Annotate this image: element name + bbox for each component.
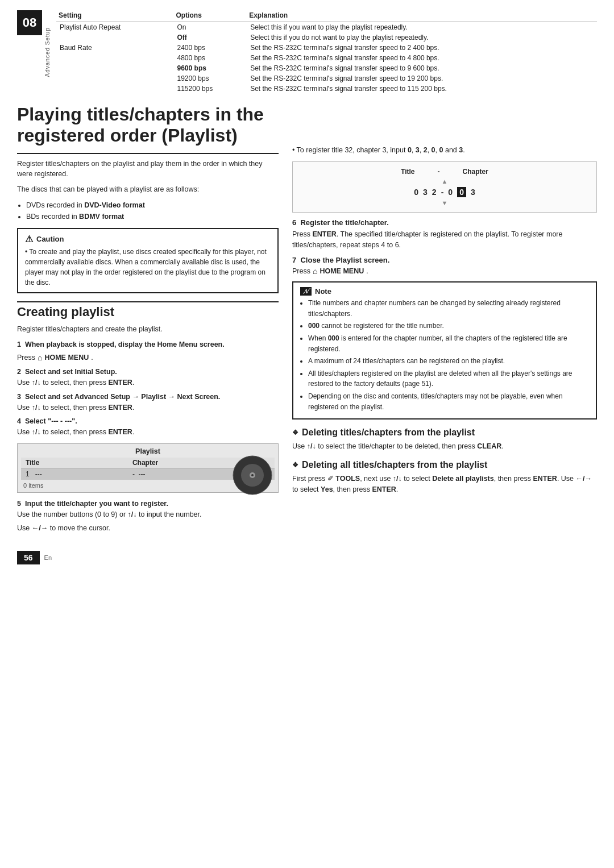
col-explanation: Explanation bbox=[247, 10, 597, 22]
title-chapter-diagram: Title - Chapter ▲ 0 3 2 - 0 0 3 ▼ bbox=[292, 161, 597, 213]
note-item-1: Title numbers and chapter numbers can be… bbox=[308, 298, 589, 319]
playlist-col-title: Title bbox=[21, 458, 128, 468]
col-setting: Setting bbox=[56, 10, 174, 22]
page-footer: 56 En bbox=[0, 543, 614, 572]
setting-name-cell: Playlist Auto Repeat bbox=[56, 22, 174, 33]
step-7-heading: 7 Close the Playlist screen. bbox=[292, 256, 597, 264]
setting-name-cell: Baud Rate bbox=[56, 43, 174, 53]
tc-arrow-down: ▼ bbox=[302, 200, 587, 206]
explanation-cell: Set the RS-232C terminal's signal transf… bbox=[247, 53, 597, 63]
step-7-press: Press ⌂ HOME MENU. bbox=[292, 267, 597, 276]
option-cell: 4800 bps bbox=[174, 53, 247, 63]
left-column: Playing titles/chapters in the registere… bbox=[17, 99, 279, 537]
option-cell: 19200 bps bbox=[174, 73, 247, 84]
option-cell: 115200 bps bbox=[174, 84, 247, 94]
svg-point-3 bbox=[251, 474, 254, 476]
page-number: 56 bbox=[17, 551, 40, 564]
explanation-cell: Set the RS-232C terminal's signal transf… bbox=[247, 73, 597, 84]
note-label: Note bbox=[315, 287, 331, 296]
main-content: Playing titles/chapters in the registere… bbox=[0, 99, 614, 537]
explanation-cell: Select this if you want to play the play… bbox=[247, 22, 597, 33]
chapter-number: 08 bbox=[17, 10, 42, 35]
main-title: Playing titles/chapters in the registere… bbox=[17, 104, 279, 146]
caution-text: • To create and play the playlist, use d… bbox=[25, 247, 271, 288]
explanation-cell: Set the RS-232C terminal's signal transf… bbox=[247, 63, 597, 73]
note-title: 𝓝 Note bbox=[300, 287, 589, 296]
step-1: 1 When playback is stopped, display the … bbox=[17, 339, 279, 350]
creating-playlist-heading: Creating playlist bbox=[17, 301, 279, 319]
note-list: Title numbers and chapter numbers can be… bbox=[308, 298, 589, 412]
right-column: • To register title 32, chapter 3, input… bbox=[292, 99, 597, 537]
tc-dash: - bbox=[438, 168, 440, 176]
tc-chapter-label: Chapter bbox=[463, 168, 488, 176]
option-cell: 2400 bps bbox=[174, 43, 247, 53]
tc-header: Title - Chapter bbox=[302, 168, 587, 176]
step-6-text: Press ENTER. The specified title/chapter… bbox=[292, 229, 597, 251]
deleting-all-heading-text: Deleting all titles/chapters from the pl… bbox=[302, 460, 487, 470]
diamond-bullet-2: ❖ bbox=[292, 461, 298, 469]
home-icon-2: ⌂ bbox=[313, 267, 317, 276]
note-item-6: Depending on the disc and contents, titl… bbox=[308, 391, 589, 412]
disc-image bbox=[233, 455, 272, 495]
settings-row: OffSelect this if you do not want to pla… bbox=[56, 32, 597, 43]
settings-row: 115200 bpsSet the RS-232C terminal's sig… bbox=[56, 84, 597, 94]
caution-title: ⚠ Caution bbox=[25, 234, 271, 244]
explanation-cell: Set the RS-232C terminal's signal transf… bbox=[247, 84, 597, 94]
diamond-bullet-1: ❖ bbox=[292, 429, 298, 437]
caution-label: Caution bbox=[36, 235, 64, 243]
settings-table: Setting Options Explanation Playlist Aut… bbox=[56, 10, 597, 94]
setting-name-cell bbox=[56, 84, 174, 94]
tc-highlight: 0 bbox=[457, 187, 466, 197]
note-box: 𝓝 Note Title numbers and chapter numbers… bbox=[292, 281, 597, 420]
step-5: 5 Input the title/chapter you want to re… bbox=[17, 499, 279, 520]
step-5-cursor: Use ←/→ to move the cursor. bbox=[17, 523, 279, 534]
caution-box: ⚠ Caution • To create and play the playl… bbox=[17, 228, 279, 293]
note-item-3: When 000 is entered for the chapter numb… bbox=[308, 333, 589, 354]
settings-row: 9600 bpsSet the RS-232C terminal's signa… bbox=[56, 63, 597, 73]
col-options: Options bbox=[174, 10, 247, 22]
setting-name-cell bbox=[56, 53, 174, 63]
setting-name-cell bbox=[56, 32, 174, 43]
step-1-bold: When playback is stopped, display the Ho… bbox=[25, 340, 225, 348]
settings-row: 4800 bpsSet the RS-232C terminal's signa… bbox=[56, 53, 597, 63]
note-item-5: All titles/chapters registered on the pl… bbox=[308, 368, 589, 389]
disc-bullet-1: DVDs recorded in DVD-Video format bbox=[26, 200, 279, 211]
explanation-cell: Set the RS-232C terminal's signal transf… bbox=[247, 43, 597, 53]
register-example: • To register title 32, chapter 3, input… bbox=[292, 145, 597, 156]
setting-name-cell bbox=[56, 73, 174, 84]
top-section: 08 Advanced Setup Setting Options Explan… bbox=[0, 0, 614, 94]
tc-title-label: Title bbox=[401, 168, 414, 176]
disc-bullet-2: BDs recorded in BDMV format bbox=[26, 211, 279, 222]
playlist-row-1-title: 1 --- bbox=[21, 468, 128, 480]
tools-icon: ✐ bbox=[327, 475, 334, 483]
creating-playlist-intro: Register titles/chapters and create the … bbox=[17, 324, 279, 335]
deleting-section-heading: ❖ Deleting titles/chapters from the play… bbox=[292, 427, 597, 438]
explanation-cell: Select this if you do not want to play t… bbox=[247, 32, 597, 43]
home-icon-1: ⌂ bbox=[38, 353, 42, 362]
tc-numbers: 0 3 2 - 0 0 3 bbox=[302, 187, 587, 197]
note-icon: 𝓝 bbox=[300, 287, 312, 296]
playlist-screen: Playlist Title Chapter 1 --- - --- bbox=[17, 443, 279, 493]
deleting-all-text: First press ✐ TOOLS, next use ↑/↓ to sel… bbox=[292, 474, 597, 495]
settings-row: 19200 bpsSet the RS-232C terminal's sign… bbox=[56, 73, 597, 84]
step-4: 4 Select "--- - ---". Use ↑/↓ to select,… bbox=[17, 416, 279, 438]
tc-arrow-up: ▲ bbox=[302, 178, 587, 185]
deleting-all-section-heading: ❖ Deleting all titles/chapters from the … bbox=[292, 460, 597, 470]
step-6-heading: 6 Register the title/chapter. bbox=[292, 218, 597, 227]
settings-row: Playlist Auto RepeatOnSelect this if you… bbox=[56, 22, 597, 33]
disc-bullets: DVDs recorded in DVD-Video format BDs re… bbox=[26, 200, 279, 222]
note-item-2: 000 cannot be registered for the title n… bbox=[308, 321, 589, 331]
option-cell: 9600 bps bbox=[174, 63, 247, 73]
chapter-badge: 08 Advanced Setup bbox=[17, 10, 51, 94]
step-2: 2 Select and set Initial Setup. Use ↑/↓ … bbox=[17, 367, 279, 388]
lang-label: En bbox=[44, 554, 52, 561]
step-3: 3 Select and set Advanced Setup → Playli… bbox=[17, 392, 279, 413]
note-item-4: A maximum of 24 titles/chapters can be r… bbox=[308, 356, 589, 367]
discs-label: The discs that can be played with a play… bbox=[17, 184, 279, 195]
option-cell: On bbox=[174, 22, 247, 33]
settings-row: Baud Rate2400 bpsSet the RS-232C termina… bbox=[56, 43, 597, 53]
setting-name-cell bbox=[56, 63, 174, 73]
playlist-screen-title: Playlist bbox=[21, 447, 275, 455]
caution-icon: ⚠ bbox=[25, 234, 33, 244]
deleting-text: Use ↑/↓ to select the title/chapter to b… bbox=[292, 441, 597, 452]
